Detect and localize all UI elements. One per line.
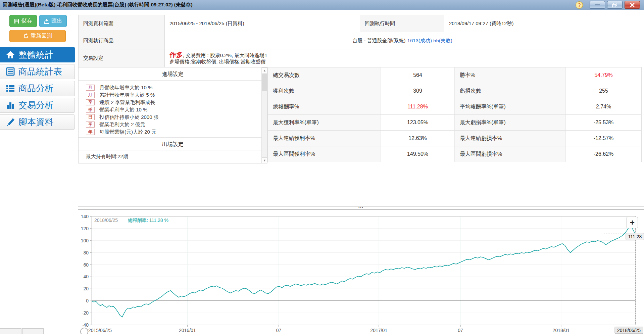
window-title: 回測報告[選股](Beta版):毛利回收營收成長的股票[台股] (執行時間:09… <box>0 2 576 8</box>
x-tick-label: 2018/01 <box>553 328 570 333</box>
stats-value: 309 <box>381 83 455 99</box>
sidebar-item-2[interactable]: 商品分析 <box>0 81 75 96</box>
y-tick-label: -40 <box>82 322 89 328</box>
frequency-tag: 月 <box>86 92 95 98</box>
scroll-down-icon[interactable]: ▼ <box>262 157 267 163</box>
entry-setting-text: 營業毛利大於 2 億元 <box>99 122 145 128</box>
entry-setting-text: 營業毛利率大於 10 % <box>99 107 147 113</box>
export-label: 匯出 <box>51 17 62 25</box>
frequency-tag: 季 <box>86 122 95 128</box>
stats-label: 最大區間獲利率% <box>268 146 381 162</box>
chart-zoom-in-button[interactable]: + <box>627 217 638 228</box>
entry-settings-list: 月月營收年增率大於 10 %月累計營收年增率大於 5 %季連續 2 季營業毛利率… <box>79 81 267 136</box>
bottom-left-widget[interactable] <box>0 328 21 334</box>
sidebar-item-label: 腳本資料 <box>18 116 53 128</box>
close-icon <box>630 3 635 7</box>
bottom-left-widget[interactable] <box>22 328 44 334</box>
entry-setting-text: 累計營收年增率大於 5 % <box>99 92 155 98</box>
restore-button[interactable] <box>607 1 623 9</box>
splitter-handle[interactable]: ••• <box>78 206 644 210</box>
bar-chart-icon <box>6 101 15 110</box>
crosshair-date-label: 2018/06/25 <box>94 218 118 223</box>
exec-time-value: 2018/09/17 09:27 (費時12秒) <box>444 15 640 32</box>
close-button[interactable] <box>625 1 640 9</box>
x-tick-label: 2017/01 <box>370 328 388 333</box>
exit-settings-header: 出場設定 <box>79 137 267 150</box>
save-label: 儲存 <box>21 17 32 25</box>
home-icon <box>6 50 15 59</box>
settings-panel: 進場設定 月月營收年增率大於 10 %月累計營收年增率大於 5 %季連續 2 季… <box>78 67 267 163</box>
x-tick-label: 2016/01 <box>179 328 196 333</box>
exit-setting-item: 最大持有時間:22期 <box>79 150 267 160</box>
y-tick-label: 20 <box>83 286 89 291</box>
settings-scrollbar[interactable]: ▲ ▼ <box>261 67 267 163</box>
frequency-tag: 月 <box>86 85 95 91</box>
chart-legend: 2018/06/25 總報酬率: 111.28 % <box>94 218 168 224</box>
entry-setting-item: 年每股營業額(元)大於 20 元 <box>86 128 267 136</box>
product-result-links[interactable]: 1613(成功) 55(失敗) <box>407 38 452 44</box>
stats-label: 最大連續虧損率% <box>455 131 566 146</box>
y-tick-label: 60 <box>83 262 89 268</box>
stats-row: 最大區間獲利率%149.50%最大區間虧損率%-26.62% <box>268 146 641 162</box>
entry-setting-item: 日投信估計持股小於 2000 張 <box>86 113 267 121</box>
y-tick-label: 120 <box>81 226 89 231</box>
y-tick-label: 100 <box>81 238 89 243</box>
export-button[interactable]: 匯出 <box>39 15 67 27</box>
stats-label: 虧損次數 <box>455 83 566 99</box>
series-legend-label: 總報酬率: 111.28 % <box>128 218 168 223</box>
sidebar-item-label: 交易分析 <box>18 99 53 111</box>
scroll-up-icon[interactable]: ▲ <box>262 67 267 73</box>
y-tick-label: 80 <box>83 250 89 255</box>
rerun-backtest-button[interactable]: 重新回測 <box>9 30 66 42</box>
sidebar-item-1[interactable]: 商品統計表 <box>0 64 75 79</box>
stats-value: -26.62% <box>566 146 641 162</box>
sidebar-item-label: 商品分析 <box>18 83 53 94</box>
product-value: 台股 - 普通股全部(系統) <box>352 38 405 44</box>
stats-value: -25.53% <box>566 115 641 130</box>
trade-settings-label: 交易設定 <box>79 49 165 67</box>
stats-value: 111.28% <box>381 99 455 114</box>
chart-range-handle[interactable] <box>80 328 88 334</box>
equity-curve-chart: -40-200204060801001201402015/06/252016/0… <box>72 212 644 334</box>
y-tick-label: 40 <box>83 274 89 279</box>
entry-setting-item: 月月營收年增率大於 10 % <box>86 84 267 91</box>
minimize-button[interactable] <box>590 1 605 9</box>
table-icon <box>6 67 15 76</box>
save-icon <box>14 18 19 24</box>
scrollbar-thumb[interactable] <box>262 74 267 91</box>
entry-setting-item: 季營業毛利大於 2 億元 <box>86 121 267 128</box>
save-button[interactable]: 儲存 <box>9 15 37 27</box>
entry-setting-text: 月營收年增率大於 10 % <box>99 85 152 91</box>
entry-setting-item: 季連續 2 季營業毛利率成長 <box>86 99 267 106</box>
x-tick-label: 2015/06/25 <box>88 328 112 333</box>
y-tick-label: 140 <box>81 214 89 219</box>
entry-setting-item: 月累計營收年增率大於 5 % <box>86 91 267 99</box>
entry-settings-header: 進場設定 <box>79 67 267 81</box>
sidebar-item-0[interactable]: 整體統計 <box>0 47 75 62</box>
stats-label: 平均報酬率%(單筆) <box>455 99 566 114</box>
entry-setting-text: 連續 2 季營業毛利率成長 <box>99 99 155 106</box>
range-label: 回測資料範圍 <box>79 15 165 32</box>
frequency-tag: 年 <box>86 129 95 135</box>
help-icon[interactable]: ? <box>576 1 583 9</box>
sidebar: 儲存 匯出 重新回測 整體統計商品統計表商品分析交易分析腳本資料 <box>0 10 75 334</box>
sidebar-item-label: 商品統計表 <box>18 66 62 78</box>
x-tick-label: 07 <box>458 328 463 333</box>
trade-direction: 作多 <box>169 51 183 58</box>
entry-setting-item: 季營業毛利率大於 10 % <box>86 106 267 113</box>
refresh-icon <box>23 33 29 39</box>
stats-label: 獲利次數 <box>268 83 381 99</box>
export-icon <box>44 18 49 24</box>
y-tick-label: 0 <box>86 298 89 303</box>
window-controls: ? <box>576 1 644 9</box>
crosshair-y-label: 111.28 <box>628 234 642 239</box>
range-value: 2015/06/25 - 2018/06/25 (日資料) <box>165 15 360 32</box>
stats-row: 總交易次數564勝率%54.79% <box>268 67 641 83</box>
stats-label: 最大區間虧損率% <box>455 146 566 162</box>
equity-chart-panel: -40-200204060801001201402015/06/252016/0… <box>72 212 644 334</box>
sidebar-item-4[interactable]: 腳本資料 <box>0 114 75 130</box>
frequency-tag: 日 <box>86 114 95 120</box>
sidebar-item-3[interactable]: 交易分析 <box>0 98 75 113</box>
stats-label: 總交易次數 <box>268 67 381 83</box>
entry-setting-text: 投信估計持股小於 2000 張 <box>99 114 159 121</box>
